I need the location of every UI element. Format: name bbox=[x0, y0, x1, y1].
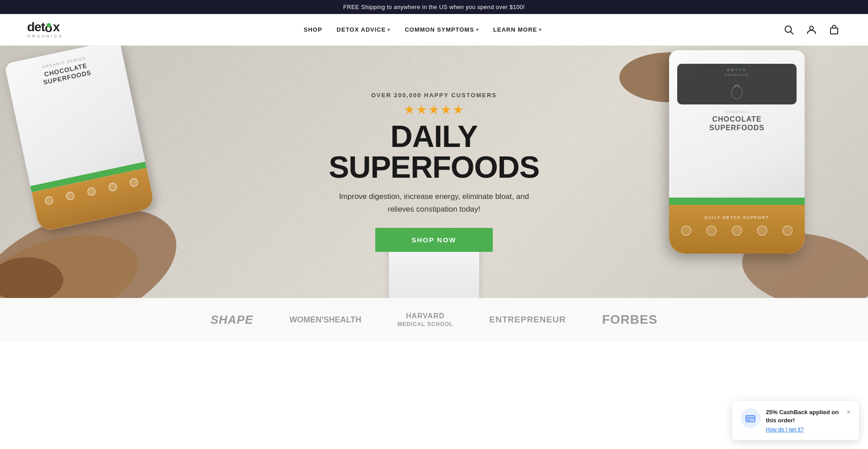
press-logo-harvard: HARVARD MEDICAL SCHOOL bbox=[397, 312, 453, 328]
hero-subtitle: OVER 200,000 HAPPY CUSTOMERS bbox=[326, 92, 542, 99]
press-logo-womens-health: Women'sHealth bbox=[289, 315, 361, 325]
chevron-down-icon: ▾ bbox=[476, 27, 479, 32]
header: det o x ORGANICS SHOP DETOX ADVICE ▾ COM… bbox=[0, 14, 868, 46]
product-right-name: CHOCOLATESUPERFOODS bbox=[669, 115, 805, 132]
announcement-bar: FREE Shipping to anywhere in the US when… bbox=[0, 0, 868, 14]
nav-learn-more[interactable]: LEARN MORE ▾ bbox=[493, 26, 542, 33]
press-logo-forbes: Forbes bbox=[602, 312, 658, 327]
nav-shop[interactable]: SHOP bbox=[304, 26, 322, 33]
hero-description: Improve digestion, increase energy, elim… bbox=[326, 190, 542, 215]
svg-point-2 bbox=[810, 26, 813, 30]
product-illustration bbox=[726, 78, 748, 101]
product-right-brand: detox bbox=[727, 68, 746, 72]
logo-x: x bbox=[53, 21, 60, 33]
product-right: detox ORGANICS ORGANIC CHOCOLATESUPERFOO… bbox=[669, 50, 841, 298]
product-right-sub: DAILY DETOX SUPPORT bbox=[669, 215, 805, 220]
announcement-text: FREE Shipping to anywhere in the US when… bbox=[343, 4, 525, 10]
svg-point-11 bbox=[731, 86, 742, 99]
logo-green-dot bbox=[47, 23, 51, 28]
nav-common-symptoms[interactable]: COMMON SYMPTOMS ▾ bbox=[405, 26, 478, 33]
search-button[interactable] bbox=[782, 23, 796, 37]
header-actions bbox=[782, 23, 841, 37]
logo-o-container: o bbox=[45, 22, 53, 33]
chevron-down-icon: ▾ bbox=[387, 27, 390, 32]
logo-det: det bbox=[27, 21, 45, 33]
account-icon bbox=[807, 25, 816, 35]
account-button[interactable] bbox=[805, 23, 818, 37]
svg-line-1 bbox=[791, 32, 793, 34]
press-logo-entrepreneur: Entrepreneur bbox=[489, 315, 566, 325]
main-nav: SHOP DETOX ADVICE ▾ COMMON SYMPTOMS ▾ LE… bbox=[304, 26, 542, 33]
svg-point-0 bbox=[785, 26, 791, 32]
search-icon bbox=[784, 25, 794, 35]
hero-section: ORGANIC GENIUS CHOCOLATESUPERFOODS detox… bbox=[0, 46, 868, 298]
logo[interactable]: det o x ORGANICS bbox=[27, 21, 63, 38]
chevron-down-icon: ▾ bbox=[539, 27, 542, 32]
press-bar: SHAPE Women'sHealth HARVARD MEDICAL SCHO… bbox=[0, 298, 868, 341]
hero-title: DAILY SUPERFOODS bbox=[326, 121, 542, 182]
product-left: ORGANIC GENIUS CHOCOLATESUPERFOODS bbox=[18, 46, 208, 254]
cart-icon bbox=[829, 25, 839, 35]
hero-stars: ★★★★★ bbox=[326, 102, 542, 117]
cart-button[interactable] bbox=[827, 23, 841, 37]
nav-detox-advice[interactable]: DETOX ADVICE ▾ bbox=[337, 26, 391, 33]
hero-content: OVER 200,000 HAPPY CUSTOMERS ★★★★★ DAILY… bbox=[326, 92, 542, 251]
product-bottom bbox=[389, 244, 479, 298]
press-logo-shape: SHAPE bbox=[211, 313, 254, 327]
svg-rect-3 bbox=[830, 28, 838, 34]
shop-now-button[interactable]: SHOP NOW bbox=[375, 228, 492, 252]
